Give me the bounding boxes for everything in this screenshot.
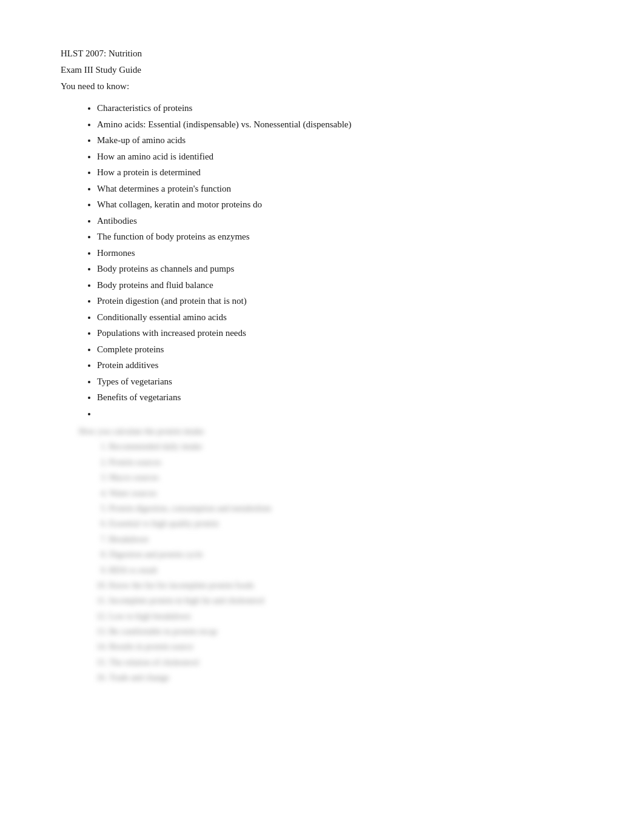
blurred-content-section: How you calculate the protein intake Rec…: [61, 425, 583, 685]
list-item: Protein additives: [97, 358, 583, 372]
list-item: Make-up of amino acids: [97, 133, 583, 147]
blurred-list-item: Water sources: [109, 487, 583, 500]
list-item-empty: [97, 407, 583, 421]
blurred-list-item: Results in protein source: [109, 640, 583, 654]
blurred-list-item: Protein sources: [109, 456, 583, 469]
blurred-list-item: Know the list for incomplete protein foo…: [109, 579, 583, 592]
list-item: What determines a protein's function: [97, 182, 583, 196]
list-item: Body proteins and fluid balance: [97, 278, 583, 292]
blurred-list-item: Digestion and protein cycle: [109, 548, 583, 562]
blurred-line-1: How you calculate the protein intake: [79, 425, 583, 438]
blurred-list-item: RDA vs result: [109, 564, 583, 577]
intro-text: You need to know:: [61, 81, 583, 92]
document-title: HLST 2007: Nutrition: [61, 49, 583, 59]
blurred-list-item: The relation of cholesterol: [109, 656, 583, 669]
blurred-list-item: Low to high breakdown: [109, 610, 583, 623]
blurred-list-item: Be comfortable in protein recap: [109, 625, 583, 639]
list-item: How an amino acid is identified: [97, 150, 583, 164]
list-item: Populations with increased protein needs: [97, 326, 583, 340]
list-item: Body proteins as channels and pumps: [97, 262, 583, 276]
list-item: Benefits of vegetarians: [97, 391, 583, 404]
list-item: What collagen, keratin and motor protein…: [97, 198, 583, 212]
blurred-list-item: Protein digestion, consumption and metab…: [109, 502, 583, 515]
list-item: Antibodies: [97, 214, 583, 228]
list-item: Amino acids: Essential (indispensable) v…: [97, 118, 583, 132]
blurred-list-item: Breakdown: [109, 533, 583, 546]
blurred-list-item: Macro sources: [109, 471, 583, 485]
blurred-list-item: Recommended daily intake: [109, 440, 583, 454]
blurred-numbered-list: Recommended daily intake Protein sources…: [79, 440, 583, 685]
list-item-complete-proteins: Complete proteins: [97, 343, 583, 357]
list-item: The function of body proteins as enzymes: [97, 230, 583, 244]
list-item: Hormones: [97, 246, 583, 260]
list-item: Characteristics of proteins: [97, 101, 583, 115]
main-bullet-list: Characteristics of proteins Amino acids:…: [61, 101, 583, 420]
blurred-list-item: Trade and change: [109, 671, 583, 685]
list-item: How a protein is determined: [97, 166, 583, 179]
blurred-list-item: Incomplete protein in high fat and chole…: [109, 594, 583, 608]
list-item: Protein digestion (and protein that is n…: [97, 294, 583, 308]
document-subtitle: Exam III Study Guide: [61, 65, 583, 75]
list-item: Conditionally essential amino acids: [97, 310, 583, 324]
list-item: Types of vegetarians: [97, 375, 583, 389]
blurred-list-item: Essential vs high quality protein: [109, 517, 583, 531]
